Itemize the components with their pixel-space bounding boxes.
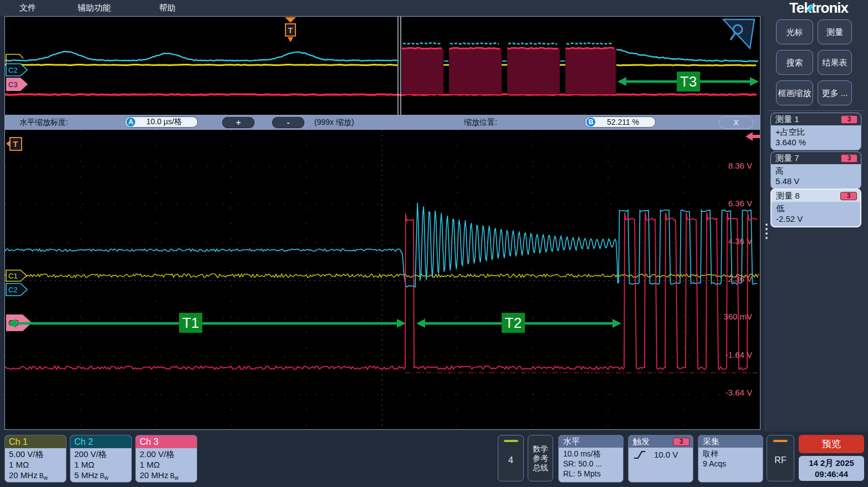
rf-button[interactable]: RF xyxy=(767,435,794,481)
trigger-title: 触发 xyxy=(633,437,673,447)
draw-a-box-button[interactable]: 框画缩放 xyxy=(776,80,813,105)
main-waveform-canvas[interactable]: C1C2C3T xyxy=(5,130,760,429)
measurement-badge-7[interactable]: 测量 7 3 高 5.48 V xyxy=(770,151,861,189)
acquisition-title: 采集 xyxy=(703,437,759,447)
tektronix-logo: Tektronix xyxy=(789,0,848,17)
sidebar: 光标 测量 搜索 结果表 框画缩放 更多 ... 测量 1 3 +占空比 3.6… xyxy=(764,16,868,432)
zoom-scale-control[interactable]: A 10.0 µs/格 xyxy=(125,116,198,128)
axis-label-5: -1.64 V xyxy=(702,350,752,359)
measurement-title: 测量 1 xyxy=(775,114,841,125)
bus-label: 总线 xyxy=(533,463,548,473)
main-c2-tag[interactable]: C2 xyxy=(6,283,27,296)
menu-bar: 文件 辅助功能 帮助 Tektronix xyxy=(0,0,868,16)
channel-bandwidth: 5 MHzBw xyxy=(74,470,131,483)
knob-b-icon: B xyxy=(586,118,595,126)
sidebar-divider xyxy=(767,110,864,111)
search-button[interactable]: 搜索 xyxy=(776,50,813,75)
channel-1-badge[interactable]: Ch 1 5.00 V/格 1 MΩ 20 MHzBw xyxy=(4,435,67,483)
main-waveform-panel: C1C2C3T 8.36 V 6.36 V 4.36 V 2.36 V 360 … xyxy=(4,129,760,430)
channel-bandwidth: 20 MHzBw xyxy=(140,470,197,483)
menu-file[interactable]: 文件 xyxy=(19,3,36,13)
channel-termination: 1 MΩ xyxy=(140,459,197,470)
zoom-in-button[interactable]: + xyxy=(222,117,254,128)
record-length: RL: 5 Mpts xyxy=(563,469,623,479)
logo-text: Tektronix xyxy=(789,0,848,16)
axis-label-0: 8.36 V xyxy=(702,161,752,170)
math-label: 数学 xyxy=(533,444,548,454)
results-table-button[interactable]: 结果表 xyxy=(818,50,852,75)
channel-2-name: Ch 2 xyxy=(70,435,131,448)
rising-edge-icon xyxy=(633,450,646,460)
ref-label: 参考 xyxy=(533,454,548,463)
date-text: 14 2月 2025 xyxy=(809,458,854,469)
source-badge: 3 xyxy=(841,154,857,163)
channel-scale: 2.00 V/格 xyxy=(140,449,197,459)
channel-scale: 5.00 V/格 xyxy=(9,449,66,459)
measurement-value: 5.48 V xyxy=(775,176,856,186)
trigger-badge[interactable]: 触发 3 10.0 V xyxy=(628,435,693,483)
acquisition-mode: 取样 xyxy=(703,449,763,459)
datetime-badge: 14 2月 2025 09:46:44 xyxy=(799,456,864,481)
bottom-bar: Ch 1 5.00 V/格 1 MΩ 20 MHzBw Ch 2 200 V/格… xyxy=(0,433,868,487)
axis-label-4: 360 mV xyxy=(702,312,752,321)
menu-help[interactable]: 帮助 xyxy=(159,3,176,13)
horizontal-title: 水平 xyxy=(563,437,620,447)
channel-bandwidth: 20 MHzBw xyxy=(9,470,66,483)
measurement-name: 高 xyxy=(775,165,856,176)
measurement-badge-8[interactable]: 测量 8 3 低 -2.52 V xyxy=(770,189,861,227)
channel-3-badge[interactable]: Ch 3 2.00 V/格 1 MΩ 20 MHzBw xyxy=(135,435,197,483)
measurement-badge-1[interactable]: 测量 1 3 +占空比 3.640 % xyxy=(770,113,861,150)
waveform-view-label: 4 xyxy=(508,455,513,465)
channel-2-badge[interactable]: Ch 2 200 V/格 1 MΩ 5 MHzBw xyxy=(70,435,132,483)
cursors-button[interactable]: 光标 xyxy=(776,19,813,44)
overview-panel: TC2C3 T3 xyxy=(4,16,760,115)
zoom-position-label: 缩放位置: xyxy=(464,118,497,128)
trigger-level: 10.0 V xyxy=(654,450,678,460)
zoom-position-value: 52.211 % xyxy=(595,118,651,126)
measure-button[interactable]: 测量 xyxy=(818,19,852,44)
menu-utility[interactable]: 辅助功能 xyxy=(78,3,111,13)
overview-c3-tag[interactable]: C3 xyxy=(6,78,28,91)
acquisition-count: 9 Acqs xyxy=(703,459,763,469)
math-ref-bus-button[interactable]: 数学 参考 总线 xyxy=(528,435,553,481)
main-c1-tag[interactable]: C1 xyxy=(6,270,27,281)
zoom-position-control[interactable]: B 52.211 % xyxy=(585,116,656,128)
time-text: 09:46:44 xyxy=(815,469,848,480)
zoom-scale-value: 10.0 µs/格 xyxy=(135,117,193,127)
horizontal-scale: 10.0 ms/格 xyxy=(563,449,623,459)
axis-label-3: 2.36 V xyxy=(702,274,752,283)
measurement-name: +占空比 xyxy=(775,126,856,137)
green-accent-line xyxy=(504,440,518,442)
svg-text:C2: C2 xyxy=(8,286,18,294)
waveform-view-button[interactable]: 4 xyxy=(498,435,524,481)
zoom-out-button[interactable]: - xyxy=(272,117,304,128)
annotation-t2: T2 xyxy=(502,313,525,333)
rf-label: RF xyxy=(774,455,786,465)
horizontal-badge[interactable]: 水平 10.0 ms/格 SR: 50.0 ... RL: 5 Mpts xyxy=(558,435,624,483)
axis-label-1: 6.36 V xyxy=(702,199,752,208)
knob-a-icon: A xyxy=(126,118,135,126)
more-button[interactable]: 更多 ... xyxy=(818,80,852,105)
source-badge: 3 xyxy=(840,192,857,200)
sample-rate: SR: 50.0 ... xyxy=(563,459,623,469)
preview-button[interactable]: 预览 xyxy=(799,435,864,453)
channel-3-name: Ch 3 xyxy=(136,435,197,448)
measurement-name: 低 xyxy=(776,203,856,214)
svg-text:T: T xyxy=(13,140,18,149)
channel-1-name: Ch 1 xyxy=(5,435,66,448)
axis-label-6: -3.64 V xyxy=(702,388,752,397)
axis-label-2: 4.36 V xyxy=(702,236,752,246)
annotation-t3: T3 xyxy=(677,72,700,92)
orange-accent-line xyxy=(773,440,788,442)
panel-drag-handle[interactable] xyxy=(765,221,768,241)
channel-termination: 1 MΩ xyxy=(9,459,66,470)
acquisition-badge[interactable]: 采集 取样 9 Acqs xyxy=(698,435,763,483)
svg-text:C2: C2 xyxy=(8,66,18,74)
overview-waveform-canvas[interactable]: TC2C3 xyxy=(5,17,760,115)
source-badge: 3 xyxy=(841,115,857,124)
annotation-t1: T1 xyxy=(179,313,202,333)
svg-text:C1: C1 xyxy=(8,272,18,280)
zoom-scale-label: 水平缩放标度: xyxy=(19,118,68,128)
zoom-factor-label: (999x 缩放) xyxy=(314,118,354,128)
zoom-close-button[interactable]: X xyxy=(719,116,753,129)
